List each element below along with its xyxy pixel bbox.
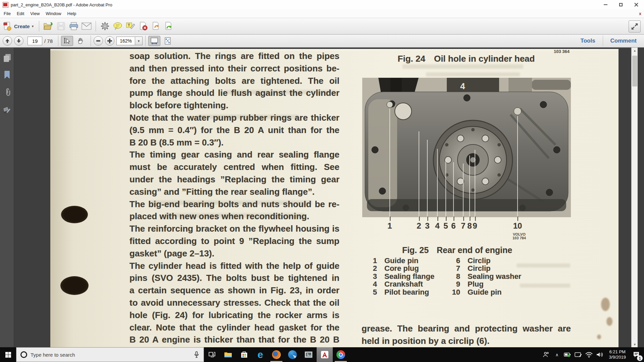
zoom-out-button[interactable] [94, 36, 103, 46]
text-line: placed with new ones when reconditioning… [129, 210, 339, 223]
menu-item[interactable]: Window [43, 10, 64, 17]
parts-list-right: 6Circlip7Circlip8Sealing washer9Plug10Gu… [451, 257, 521, 296]
select-cursor-icon [64, 38, 70, 44]
callout-number: 4 [435, 221, 439, 231]
attachments-icon[interactable] [3, 88, 11, 97]
close-document-icon[interactable]: x [639, 11, 641, 16]
text-line: The cylinder head is fitted with the hel… [129, 260, 339, 272]
open-file-button[interactable] [42, 20, 55, 33]
microphone-icon[interactable] [194, 351, 199, 358]
thunderbird-button[interactable] [284, 347, 301, 362]
open-folder-icon [43, 22, 53, 31]
select-tool-button[interactable] [61, 36, 73, 46]
clock-time: 6:21 PM [609, 349, 626, 355]
minimize-button[interactable] [598, 0, 613, 9]
clock-date: 3/9/2019 [609, 355, 626, 360]
photo-chalk-mark: 4 [460, 81, 465, 91]
scrollbar-thumb[interactable] [632, 56, 637, 86]
create-button[interactable]: Create ▾ [0, 20, 36, 32]
menu-bar: FileEditViewWindowHelp x [0, 9, 644, 18]
taskbar-search[interactable]: Type here to search [16, 347, 204, 362]
photo-credit: VOLVO 103 784 [513, 233, 526, 240]
system-tray: ∧ 6:21 PM 3/9/2019 1 [542, 347, 644, 362]
figure-25-caption: Fig. 25Rear end of engine [362, 245, 553, 255]
file-explorer-button[interactable] [220, 347, 236, 362]
next-page-button[interactable] [14, 36, 23, 46]
figure-callout-numbers: 12345678910 [362, 221, 571, 231]
zoom-in-button[interactable] [105, 36, 114, 46]
text-line: block before tightening. [129, 99, 339, 112]
arrow-up-icon [5, 39, 10, 43]
scroll-down-button[interactable]: ▼ [632, 342, 638, 347]
fit-page-button[interactable] [162, 36, 174, 46]
comment-button[interactable] [111, 20, 124, 33]
scrolling-mode-button[interactable] [148, 36, 160, 46]
save-button[interactable] [55, 20, 67, 33]
tools-panel-button[interactable]: Tools [573, 38, 603, 44]
task-view-icon [208, 351, 216, 358]
delete-pages-button[interactable] [137, 20, 150, 33]
task-view-button[interactable] [204, 347, 220, 362]
windows-taskbar: Type here to search e [0, 347, 644, 362]
comment-panel-button[interactable]: Comment [603, 38, 644, 44]
diagonal-arrows-icon [631, 23, 638, 30]
battery-icon[interactable] [563, 350, 572, 360]
print-button[interactable] [67, 20, 80, 33]
email-button[interactable] [80, 20, 93, 33]
text-line: The timing gear casing and rear sealing … [129, 148, 339, 161]
edge-button[interactable]: e [252, 347, 268, 362]
vertical-scrollbar[interactable]: ▲ ▼ [631, 48, 638, 347]
edge-icon: e [258, 350, 263, 359]
parts-list-item: 1Guide pin [368, 257, 434, 264]
gear-icon [101, 22, 109, 31]
thunderbird-icon [288, 350, 297, 359]
scroll-up-button[interactable]: ▲ [632, 48, 638, 53]
page-thumbnails-icon[interactable] [3, 54, 11, 62]
action-center-button[interactable]: 1 [631, 349, 642, 360]
parts-list-item: 8Sealing washer [451, 273, 521, 280]
chevron-down-icon: ▾ [32, 24, 34, 28]
tablet-pen-icon[interactable] [574, 350, 583, 360]
photos-app-button[interactable] [301, 347, 317, 362]
navigation-pane-rail [0, 48, 14, 347]
tray-overflow-chevron[interactable]: ∧ [552, 350, 561, 360]
printer-icon [69, 22, 78, 31]
page-number-input[interactable] [28, 37, 42, 45]
wifi-icon[interactable] [585, 350, 593, 360]
text-line: pump flange should lie flush against the… [129, 87, 339, 99]
zoom-level-input[interactable] [116, 37, 135, 45]
start-button[interactable] [0, 347, 16, 362]
acrobat-document-icon [3, 2, 8, 8]
hand-tool-button[interactable] [74, 36, 87, 46]
volume-icon[interactable] [595, 350, 604, 360]
menu-item[interactable]: Help [64, 10, 79, 17]
menu-item[interactable]: File [1, 10, 14, 17]
text-line: grease. The bearing and protecting washe… [362, 322, 571, 335]
close-button[interactable] [629, 0, 644, 9]
taskbar-clock[interactable]: 6:21 PM 3/9/2019 [606, 349, 629, 360]
acrobat-taskbar-button[interactable] [317, 347, 333, 362]
microsoft-store-button[interactable] [236, 347, 252, 362]
page-delete-icon [139, 22, 148, 31]
bookmarks-icon[interactable] [3, 70, 11, 79]
previous-page-button[interactable] [3, 36, 12, 46]
parts-list-item: 4Crankshaft [368, 280, 434, 288]
people-icon[interactable] [542, 350, 550, 360]
parts-list-item: 10Guide pin [451, 288, 521, 296]
zoom-dropdown-button[interactable]: ▾ [135, 37, 143, 45]
engine-rear-photo: 4 [362, 78, 571, 217]
signatures-icon[interactable] [3, 106, 11, 115]
fullscreen-toggle-button[interactable] [629, 20, 641, 33]
settings-button[interactable] [99, 20, 111, 33]
export-page-button[interactable] [150, 20, 162, 33]
page-curl-arrow-icon [152, 22, 160, 31]
hand-icon [77, 38, 84, 44]
share-page-button[interactable] [162, 20, 175, 33]
menu-item[interactable]: View [27, 10, 43, 17]
highlight-text-button[interactable]: T [124, 20, 137, 33]
maximize-button[interactable] [613, 0, 629, 9]
menu-item[interactable]: Edit [14, 10, 27, 17]
firefox-icon [272, 350, 281, 359]
firefox-button[interactable] [268, 347, 284, 362]
chrome-button[interactable] [333, 347, 349, 362]
